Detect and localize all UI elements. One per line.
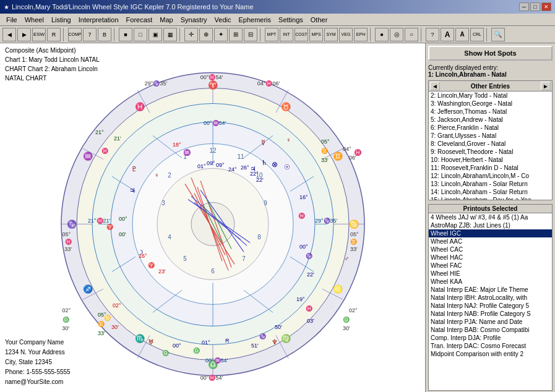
- tb-sep5: [370, 28, 372, 41]
- tb-cost[interactable]: COST: [295, 28, 308, 41]
- list-item[interactable]: Comp. Interp DJA: Profile: [429, 334, 552, 342]
- tb-forward[interactable]: ▶: [17, 28, 31, 41]
- svg-text:09°: 09°: [216, 162, 225, 168]
- astrology-chart[interactable]: 12 11 10 9 8 7 6 5 4 3 2 1 ♈: [40, 63, 386, 385]
- tb-a2[interactable]: A: [455, 28, 469, 41]
- menu-wheel[interactable]: Wheel: [21, 15, 48, 25]
- tb-square3[interactable]: ▣: [148, 28, 162, 41]
- list-item[interactable]: 13: Lincoln,Abraham - Solar Return: [429, 180, 552, 188]
- list-item[interactable]: Natal Interp EAE: Major Life Theme: [429, 286, 552, 294]
- app-icon: ★: [4, 4, 9, 11]
- menu-listing[interactable]: Listing: [48, 15, 75, 25]
- tb-r[interactable]: R: [47, 28, 61, 41]
- show-hot-spots-button[interactable]: Show Hot Spots: [428, 46, 553, 61]
- tb-star[interactable]: ✦: [214, 28, 228, 41]
- tb-veg[interactable]: VEG: [339, 28, 353, 41]
- menu-forecast[interactable]: Forecast: [123, 15, 157, 25]
- list-item[interactable]: Wheel HAC: [429, 254, 552, 262]
- menu-vedic[interactable]: Vedic: [211, 15, 235, 25]
- tb-circle2[interactable]: ◎: [390, 28, 403, 41]
- list-item[interactable]: 6: Pierce,Franklin - Natal: [429, 124, 552, 132]
- list-item[interactable]: 11: Roosevelt,Franklin D - Natal: [429, 164, 552, 172]
- tb-back[interactable]: ◀: [2, 28, 16, 41]
- tb-circle1[interactable]: ●: [375, 28, 389, 41]
- svg-text:26°: 26°: [241, 164, 249, 171]
- menu-file[interactable]: File: [2, 15, 21, 25]
- list-item[interactable]: 8: Cleveland,Grover - Natal: [429, 140, 552, 148]
- tb-sym[interactable]: SYM: [324, 28, 338, 41]
- tb-mpt[interactable]: MPT: [265, 28, 278, 41]
- list-item[interactable]: Natal Interp NAJ: Profile Category 5: [429, 302, 552, 310]
- list-item[interactable]: Natal Interp NAB: Profile Category S: [429, 310, 552, 318]
- menu-other[interactable]: Other: [307, 15, 332, 25]
- next-entry-button[interactable]: ►: [541, 82, 551, 90]
- svg-text:♓: ♓: [101, 147, 109, 155]
- menu-ephemeris[interactable]: Ephemeris: [234, 15, 275, 25]
- menu-synastry[interactable]: Synastry: [177, 15, 211, 25]
- prev-entry-button[interactable]: ◄: [430, 82, 440, 90]
- list-item[interactable]: Wheel AAC: [429, 237, 552, 245]
- tb-cross2[interactable]: ⊕: [199, 28, 213, 41]
- list-item[interactable]: Wheel CAC: [429, 245, 552, 254]
- minimize-button[interactable]: ─: [519, 2, 529, 11]
- svg-text:09°: 09°: [207, 160, 215, 166]
- tb-7[interactable]: 7: [83, 28, 97, 41]
- tb-search[interactable]: 🔍: [491, 28, 505, 41]
- svg-text:♈: ♈: [148, 262, 155, 269]
- tb-mps[interactable]: MPS: [309, 28, 323, 41]
- list-item[interactable]: Natal Interp BAB: Cosmo Compatibi: [429, 326, 552, 334]
- list-item[interactable]: 14: Lincoln,Abraham - Solar Return: [429, 188, 552, 196]
- tb-circle3[interactable]: ○: [405, 28, 418, 41]
- menu-settings[interactable]: Settings: [275, 15, 307, 25]
- chart-panel: Composite (Asc Midpoint) Chart 1: Mary T…: [0, 43, 425, 392]
- tb-crl[interactable]: CRL: [470, 28, 484, 41]
- tb-square2[interactable]: □: [134, 28, 147, 41]
- list-item[interactable]: 3: Washington,George - Natal: [429, 100, 552, 108]
- menu-map[interactable]: Map: [156, 15, 176, 25]
- svg-text:6: 6: [211, 268, 215, 275]
- chart-info-line3: CHART Chart 2: Abraham Lincoln: [5, 64, 100, 74]
- list-item[interactable]: Wheel KAA: [429, 278, 552, 286]
- tb-a1[interactable]: A: [441, 28, 454, 41]
- list-item[interactable]: 15: Lincoln,Abraham - Day-for-a-Yea: [429, 196, 552, 200]
- toolbar: ◀ ▶ ESW R COMP 7 B ■ □ ▣ ▦ ✛ ⊕ ✦ ⊞ ⊟ MPT…: [0, 26, 555, 43]
- list-item[interactable]: 10: Hoover,Herbert - Natal: [429, 156, 552, 164]
- company-city: City, State 12345: [5, 357, 71, 367]
- svg-text:00°♒54': 00°♒54': [204, 119, 226, 127]
- list-item[interactable]: 4 Wheels JAJ w/ #3, #4 & #5 (1) Aa: [429, 213, 552, 221]
- list-item[interactable]: Natal Interp IBH: AstroLocality, with: [429, 294, 552, 302]
- list-item[interactable]: 12: Lincoln,Abraham/Lincoln,M - Co: [429, 172, 552, 180]
- tb-square4[interactable]: ▦: [163, 28, 177, 41]
- entries-list[interactable]: 2: Lincoln,Mary Todd - Natal3: Washingto…: [429, 92, 552, 200]
- list-item[interactable]: AstroMap ZJB: Just Lines (1): [429, 221, 552, 229]
- tb-grid[interactable]: ⊞: [229, 28, 243, 41]
- chart-info-line2: Chart 1: Mary Todd Lincoln NATAL: [5, 55, 100, 64]
- tb-help[interactable]: ?: [426, 28, 439, 41]
- maximize-button[interactable]: □: [530, 2, 540, 11]
- list-item[interactable]: Midpoint Comparison with entity 2: [429, 350, 552, 358]
- list-item[interactable]: Wheel IGC: [429, 229, 552, 237]
- list-item[interactable]: 9: Roosevelt,Theodore - Natal: [429, 148, 552, 156]
- printouts-list[interactable]: 4 Wheels JAJ w/ #3, #4 & #5 (1) AaAstroM…: [429, 213, 552, 390]
- svg-text:24°: 24°: [228, 166, 237, 173]
- list-item[interactable]: Wheel FAC: [429, 262, 552, 270]
- list-item[interactable]: 7: Grant,Ulysses - Natal: [429, 132, 552, 140]
- tb-cross1[interactable]: ✛: [184, 28, 198, 41]
- close-button[interactable]: ✕: [541, 2, 551, 11]
- tb-eph[interactable]: EPH: [354, 28, 368, 41]
- list-item[interactable]: Wheel HIE: [429, 270, 552, 278]
- tb-int[interactable]: INT: [280, 28, 293, 41]
- tb-up[interactable]: ESW: [32, 28, 46, 41]
- tb-b[interactable]: B: [98, 28, 111, 41]
- list-item[interactable]: 4: Jefferson,Thomas - Natal: [429, 108, 552, 116]
- tb-minus[interactable]: ⊟: [244, 28, 257, 41]
- menu-interpretation[interactable]: Interpretation: [75, 15, 123, 25]
- list-item[interactable]: Natal Interp PJA: Name and Date: [429, 318, 552, 326]
- tb-square1[interactable]: ■: [119, 28, 132, 41]
- svg-text:♆: ♆: [272, 338, 278, 346]
- list-item[interactable]: 2: Lincoln,Mary Todd - Natal: [429, 92, 552, 100]
- list-item[interactable]: Tran. Interp DAC: Cosmo Forecast: [429, 342, 552, 350]
- list-item[interactable]: 5: Jackson,Andrew - Natal: [429, 116, 552, 124]
- tb-sep1: [63, 28, 66, 41]
- tb-comp[interactable]: COMP: [68, 28, 82, 41]
